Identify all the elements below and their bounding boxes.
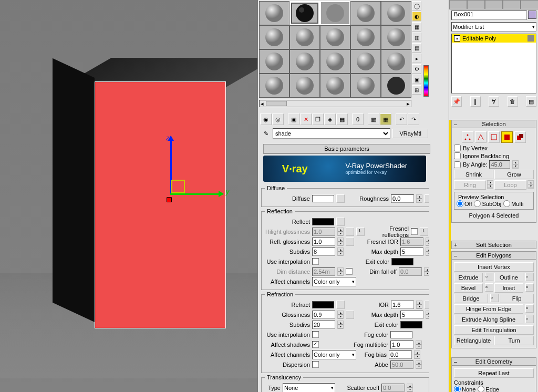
refr-gloss-field[interactable]: 0.9 — [312, 311, 335, 319]
preview-multi-radio[interactable] — [503, 200, 510, 207]
sample-slot-current[interactable] — [289, 1, 320, 25]
extrude-spline-settings-button[interactable]: ▫ — [525, 315, 534, 323]
bevel-button[interactable]: Bevel — [454, 283, 483, 293]
refr-subdivs-spinner[interactable]: ▴▾ — [337, 321, 344, 329]
viewport[interactable]: z y — [0, 0, 257, 392]
refl-exitcolor-swatch[interactable] — [391, 258, 413, 265]
transl-type-combo[interactable]: None — [283, 383, 335, 393]
dimdist-checkbox[interactable] — [346, 268, 353, 275]
flip-button[interactable]: Flip — [500, 294, 534, 303]
refl-useinterp-checkbox[interactable] — [312, 258, 319, 265]
video-check-icon[interactable]: ▤ — [412, 43, 421, 53]
refl-gloss-spinner[interactable]: ▴▾ — [337, 238, 344, 246]
sample-slot[interactable] — [350, 1, 381, 25]
refract-map-button[interactable] — [336, 301, 345, 309]
fogmult-spinner[interactable]: ▴▾ — [416, 341, 422, 349]
refr-gloss-spinner[interactable]: ▴▾ — [337, 311, 344, 319]
go-forward-icon[interactable]: ↷ — [408, 114, 419, 125]
bridge-settings-button[interactable]: ▫ — [490, 294, 499, 302]
sample-slot[interactable] — [259, 1, 289, 25]
refl-maxdepth-spinner[interactable]: ▴▾ — [426, 247, 429, 256]
modifier-stack[interactable]: ▪ Editable Poly — [451, 34, 536, 94]
sample-slot[interactable] — [320, 49, 350, 74]
make-unique-icon[interactable]: ∀ — [489, 96, 499, 107]
ior-map-button[interactable] — [425, 301, 429, 309]
subobj-border-icon[interactable] — [488, 131, 500, 143]
preview-subobj-radio[interactable] — [474, 200, 481, 207]
extrude-settings-button[interactable]: ▫ — [485, 273, 493, 281]
refr-exitcolor-swatch[interactable] — [400, 321, 422, 328]
refl-subdivs-spinner[interactable]: ▴▾ — [337, 247, 344, 256]
reflect-map-button[interactable] — [336, 218, 345, 226]
show-end-result-icon[interactable]: ‖ — [470, 96, 481, 107]
sample-slot[interactable] — [381, 49, 411, 74]
color-strip-icon[interactable] — [423, 65, 429, 97]
sample-slot[interactable] — [320, 74, 350, 98]
assign-to-selection-icon[interactable]: ▣ — [288, 114, 299, 125]
remove-modifier-icon[interactable]: 🗑 — [508, 96, 518, 107]
refr-affectch-combo[interactable]: Color only — [312, 350, 356, 359]
refl-gloss-field[interactable]: 1.0 — [312, 238, 335, 246]
refl-maxdepth-field[interactable]: 5 — [400, 247, 423, 256]
selection-header[interactable]: –Selection — [451, 120, 536, 128]
inset-button[interactable]: Inset — [494, 283, 523, 293]
affectshadows-checkbox[interactable] — [312, 341, 319, 348]
fogmult-field[interactable]: 1.0 — [390, 341, 413, 349]
inset-settings-button[interactable]: ▫ — [525, 283, 534, 292]
select-by-mat-icon[interactable]: ▣ — [412, 75, 421, 84]
sample-slot[interactable] — [381, 1, 411, 25]
ior-spinner[interactable]: ▴▾ — [416, 301, 422, 309]
options-icon[interactable]: ⚙ — [412, 64, 421, 74]
diffuse-map-button[interactable] — [336, 194, 345, 203]
subobj-polygon-icon[interactable] — [501, 131, 513, 143]
refl-gloss-map-button[interactable] — [346, 238, 354, 246]
pin-stack-icon[interactable]: 📌 — [451, 96, 462, 107]
constraint-none-radio[interactable] — [454, 386, 461, 392]
stack-item-editable-poly[interactable]: ▪ Editable Poly — [452, 34, 536, 43]
sample-slot[interactable] — [259, 49, 289, 74]
sample-slot[interactable] — [289, 25, 320, 49]
lock-fresnel-ior-button[interactable]: L — [420, 228, 428, 236]
sample-uv-icon[interactable]: ▥ — [412, 33, 421, 42]
backlight-icon[interactable]: ◐ — [412, 12, 421, 21]
fogcolor-swatch[interactable] — [390, 331, 412, 338]
sample-slot[interactable] — [320, 25, 350, 49]
edit-geometry-header[interactable]: –Edit Geometry — [451, 357, 536, 366]
sample-slot[interactable] — [289, 74, 320, 98]
subobj-vertex-icon[interactable] — [462, 131, 473, 143]
sample-slot[interactable] — [259, 74, 289, 98]
eyedropper-icon[interactable]: ✎ — [261, 129, 271, 138]
sample-slot[interactable] — [259, 25, 289, 49]
edit-polygons-header[interactable]: –Edit Polygons — [451, 251, 536, 260]
samples-scrollbar[interactable]: ◂ ▸ — [259, 100, 411, 107]
refl-affectch-combo[interactable]: Color only — [312, 277, 356, 286]
put-to-library-icon[interactable]: ▦ — [336, 114, 348, 125]
bridge-button[interactable]: Bridge — [454, 294, 488, 303]
command-panel-tabs[interactable] — [449, 0, 538, 9]
soft-selection-header[interactable]: +Soft Selection — [451, 241, 536, 249]
edit-triangulation-button[interactable]: Edit Triangulation — [454, 325, 534, 335]
sample-slot[interactable] — [289, 49, 320, 74]
turn-button[interactable]: Turn — [494, 336, 534, 345]
hinge-settings-button[interactable]: ▫ — [525, 304, 534, 313]
lock-hilight-button[interactable]: L — [356, 228, 365, 236]
sample-slot[interactable] — [350, 25, 381, 49]
hilight-map-button[interactable] — [346, 228, 354, 236]
material-name-dropdown[interactable]: shade — [273, 128, 390, 139]
hinge-from-edge-button[interactable]: Hinge From Edge — [454, 304, 523, 314]
sample-type-icon[interactable]: ◯ — [412, 1, 421, 11]
make-preview-icon[interactable]: ▸ — [412, 54, 421, 63]
shrink-button[interactable]: Shrink — [454, 170, 493, 179]
refl-subdivs-field[interactable]: 8 — [312, 247, 335, 256]
show-in-viewport-icon[interactable]: ▩ — [368, 114, 379, 125]
fogbias-field[interactable]: 0.0 — [389, 350, 412, 359]
grow-button[interactable]: Grow — [494, 170, 534, 179]
sample-slot[interactable] — [350, 74, 381, 98]
outline-button[interactable]: Outline — [494, 273, 523, 282]
extrude-along-spline-button[interactable]: Extrude Along Spline — [454, 315, 523, 324]
stack-item-toggle-icon[interactable] — [527, 35, 534, 42]
configure-sets-icon[interactable]: ▤ — [526, 96, 536, 107]
material-map-nav-icon[interactable]: ⊞ — [412, 85, 421, 95]
roughness-field[interactable]: 0.0 — [391, 194, 414, 203]
refr-maxdepth-field[interactable]: 5 — [400, 311, 423, 319]
